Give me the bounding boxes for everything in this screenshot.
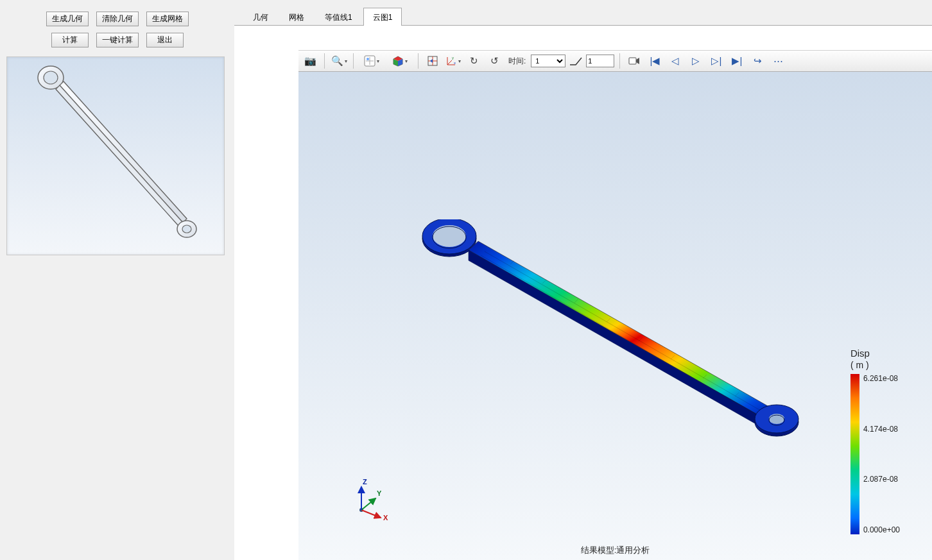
svg-point-1 xyxy=(44,71,58,84)
svg-text:Z: Z xyxy=(363,478,367,486)
legend-title: Disp xyxy=(850,348,900,359)
camera-record-icon[interactable] xyxy=(625,53,643,69)
export-icon[interactable]: ↪ xyxy=(748,53,766,69)
rotate-ccw-icon[interactable]: ↺ xyxy=(485,53,503,69)
result-model-label: 结果模型:通用分析 xyxy=(581,545,650,556)
generate-geometry-button[interactable]: 生成几何 xyxy=(46,12,89,26)
svg-point-10 xyxy=(367,58,369,60)
separator xyxy=(324,53,325,69)
svg-marker-6 xyxy=(56,85,183,226)
svg-marker-5 xyxy=(60,81,187,223)
cube-icon[interactable] xyxy=(387,53,413,69)
generate-mesh-button[interactable]: 生成网格 xyxy=(146,12,189,26)
axes-icon[interactable]: yx xyxy=(444,53,462,69)
tab-geometry[interactable]: 几何 xyxy=(243,8,278,26)
svg-rect-18 xyxy=(629,58,636,64)
svg-point-22 xyxy=(433,225,466,247)
button-row-1: 生成几何 清除几何 生成网格 xyxy=(0,12,234,26)
tab-cloud1[interactable]: 云图1 xyxy=(363,8,402,26)
viewer-toolbar: 📷 🔍 yx ↻ ↺ xyxy=(298,50,932,72)
legend-ticks: 6.261e-08 4.174e-08 2.087e-08 0.000e+00 xyxy=(863,374,900,534)
svg-marker-25 xyxy=(469,250,764,428)
svg-text:Y: Y xyxy=(377,489,382,497)
compute-button[interactable]: 计算 xyxy=(51,33,89,47)
geometry-preview[interactable] xyxy=(6,56,225,255)
palette-icon[interactable] xyxy=(359,53,384,69)
legend-tick: 0.000e+00 xyxy=(863,525,900,534)
legend-colorbar xyxy=(850,374,859,534)
time-combo[interactable]: 1 xyxy=(531,55,565,67)
svg-line-41 xyxy=(361,510,381,518)
rotate-cw-icon[interactable]: ↻ xyxy=(465,53,483,69)
left-panel: 生成几何 清除几何 生成网格 计算 一键计算 退出 xyxy=(0,0,234,560)
prev-frame-icon[interactable]: ◁ xyxy=(666,53,684,69)
color-legend: Disp ( m ) 6.261e-08 4.174e-08 2.087e-08… xyxy=(850,348,900,534)
one-click-compute-button[interactable]: 一键计算 xyxy=(96,33,139,47)
svg-point-8 xyxy=(182,225,191,233)
viewer-canvas[interactable]: Disp ( m ) 6.261e-08 4.174e-08 2.087e-08… xyxy=(298,72,932,560)
svg-text:x: x xyxy=(454,61,456,65)
first-frame-icon[interactable]: |◀ xyxy=(646,53,664,69)
snapshot-icon[interactable]: 📷 xyxy=(301,53,319,69)
exit-button[interactable]: 退出 xyxy=(146,33,184,47)
separator xyxy=(353,53,354,69)
play-icon[interactable]: ▷ xyxy=(687,53,705,69)
legend-tick: 2.087e-08 xyxy=(863,475,900,484)
frame-spin[interactable] xyxy=(586,55,614,67)
tab-contour1[interactable]: 等值线1 xyxy=(315,8,362,26)
svg-line-27 xyxy=(481,255,757,414)
fit-view-icon[interactable] xyxy=(424,53,442,69)
svg-text:X: X xyxy=(383,514,388,522)
preview-svg xyxy=(7,57,225,256)
clear-geometry-button[interactable]: 清除几何 xyxy=(96,12,139,26)
tab-strip: 几何 网格 等值线1 云图1 xyxy=(234,0,932,26)
time-label: 时间: xyxy=(506,56,528,67)
svg-line-42 xyxy=(361,498,375,510)
last-frame-icon[interactable]: ▶| xyxy=(728,53,746,69)
zoom-icon[interactable]: 🔍 xyxy=(330,53,348,69)
svg-text:y: y xyxy=(452,56,454,60)
button-row-2: 计算 一键计算 退出 xyxy=(0,33,234,47)
right-area: 几何 网格 等值线1 云图1 📷 🔍 xyxy=(234,0,932,560)
legend-tick: 4.174e-08 xyxy=(863,425,900,434)
axis-triad: X Y Z xyxy=(350,477,395,522)
svg-marker-19 xyxy=(636,58,639,64)
next-frame-icon[interactable]: ▷| xyxy=(707,53,725,69)
scale-icon[interactable] xyxy=(568,53,583,69)
svg-line-26 xyxy=(485,251,761,411)
legend-tick: 6.261e-08 xyxy=(863,374,900,383)
legend-unit: ( m ) xyxy=(850,360,900,370)
tab-mesh[interactable]: 网格 xyxy=(279,8,314,26)
separator xyxy=(619,53,620,69)
viewer-wrap: 📷 🔍 yx ↻ ↺ xyxy=(298,50,932,560)
separator xyxy=(418,53,419,69)
result-model-render xyxy=(414,219,812,463)
more-icon[interactable]: ⋯ xyxy=(769,53,787,69)
